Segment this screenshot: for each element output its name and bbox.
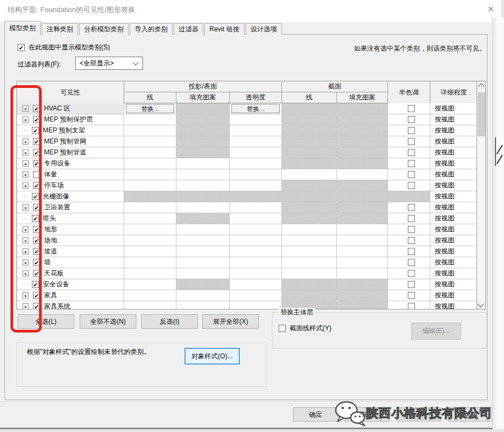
visibility-cell[interactable]: ✔喷头: [17, 213, 124, 224]
halftone-cell[interactable]: [388, 257, 430, 268]
table-row[interactable]: +✔专用设备按视图: [17, 158, 477, 169]
halftone-checkbox[interactable]: [408, 204, 415, 211]
projection-lines-cell[interactable]: [124, 213, 176, 224]
projection-lines-cell[interactable]: [124, 246, 176, 257]
projection-lines-cell[interactable]: [124, 290, 176, 301]
cut-lines-cell[interactable]: [282, 246, 337, 257]
halftone-cell[interactable]: [388, 224, 430, 235]
halftone-checkbox[interactable]: [408, 138, 415, 145]
expand-all-button[interactable]: 展开全部(X): [202, 314, 259, 329]
projection-patterns-cell[interactable]: [176, 169, 230, 180]
halftone-checkbox[interactable]: [408, 160, 415, 167]
expand-icon[interactable]: +: [23, 182, 29, 189]
halftone-cell[interactable]: [388, 290, 430, 301]
visibility-checkbox[interactable]: ✔: [32, 281, 39, 288]
table-row[interactable]: +✔停车场按视图: [17, 180, 477, 191]
cut-patterns-cell[interactable]: [337, 213, 388, 224]
visibility-checkbox[interactable]: ✔: [33, 149, 40, 156]
tab-revit-links[interactable]: Revit 链接: [204, 23, 245, 35]
visibility-checkbox[interactable]: ✔: [32, 215, 39, 222]
visibility-checkbox[interactable]: ✔: [32, 127, 39, 134]
halftone-checkbox[interactable]: [408, 259, 415, 266]
detail-level-cell[interactable]: 按视图: [430, 136, 477, 147]
cut-patterns-cell[interactable]: [337, 125, 388, 136]
cut-patterns-cell[interactable]: [337, 279, 388, 290]
transparency-cell[interactable]: [230, 290, 282, 301]
filter-list-dropdown[interactable]: <全部显示>: [75, 57, 143, 70]
visibility-checkbox[interactable]: ✔: [33, 226, 40, 233]
halftone-checkbox[interactable]: [408, 149, 415, 156]
cut-lines-cell[interactable]: [282, 169, 337, 180]
table-row[interactable]: +✔HVAC 区替换...替换...按视图: [17, 103, 477, 114]
override-button[interactable]: 替换...: [231, 104, 280, 113]
visibility-cell[interactable]: +✔坡道: [17, 246, 124, 257]
table-row[interactable]: +✔墙按视图: [17, 257, 477, 268]
table-row[interactable]: +✔MEP 预制管网按视图: [17, 136, 477, 147]
halftone-cell[interactable]: [388, 301, 430, 309]
visibility-checkbox[interactable]: ✔: [33, 292, 40, 299]
transparency-cell[interactable]: [230, 114, 282, 125]
cut-lines-cell[interactable]: [282, 125, 337, 136]
select-all-button[interactable]: 全选(L): [18, 314, 74, 329]
halftone-cell[interactable]: [388, 246, 430, 257]
cut-patterns-cell[interactable]: [337, 290, 388, 301]
detail-level-cell[interactable]: 按视图: [430, 103, 477, 114]
cut-patterns-cell[interactable]: [337, 147, 388, 158]
halftone-cell[interactable]: [388, 279, 430, 290]
projection-lines-cell[interactable]: [124, 180, 176, 191]
transparency-cell[interactable]: [230, 125, 282, 136]
detail-level-cell[interactable]: 按视图: [430, 279, 477, 290]
halftone-checkbox[interactable]: [408, 303, 415, 309]
projection-lines-cell[interactable]: [124, 136, 176, 147]
cut-patterns-cell[interactable]: [337, 158, 388, 169]
projection-patterns-cell[interactable]: [176, 158, 230, 169]
cut-patterns-cell[interactable]: [337, 235, 388, 246]
projection-patterns-cell[interactable]: [176, 290, 230, 301]
cut-line-styles-option[interactable]: 截面线样式(Y): [279, 324, 331, 333]
projection-patterns-cell[interactable]: [176, 279, 230, 290]
projection-patterns-cell[interactable]: [176, 125, 230, 136]
visibility-cell[interactable]: +✔MEP 预制管网: [17, 136, 124, 147]
halftone-checkbox[interactable]: [408, 237, 415, 244]
cut-lines-cell[interactable]: [282, 114, 337, 125]
expand-icon[interactable]: +: [23, 204, 29, 211]
projection-lines-cell[interactable]: [124, 257, 176, 268]
expand-icon[interactable]: +: [23, 171, 29, 178]
cut-lines-cell[interactable]: [282, 257, 337, 268]
table-row[interactable]: +✔场地按视图: [17, 235, 477, 246]
halftone-cell[interactable]: [388, 169, 430, 180]
visibility-checkbox[interactable]: ✔: [33, 248, 40, 255]
transparency-cell[interactable]: [230, 246, 282, 257]
projection-lines-cell[interactable]: [124, 191, 176, 202]
visibility-checkbox[interactable]: ✔: [33, 182, 40, 189]
expand-icon[interactable]: +: [23, 139, 29, 145]
close-icon[interactable]: ✕: [485, 3, 497, 15]
visibility-cell[interactable]: +✔HVAC 区: [17, 103, 124, 114]
projection-patterns-cell[interactable]: [176, 301, 230, 309]
halftone-checkbox[interactable]: [408, 281, 415, 288]
table-row[interactable]: +✔家具按视图: [17, 290, 477, 301]
visibility-checkbox[interactable]: ✔: [32, 193, 39, 200]
visibility-cell[interactable]: +✔场地: [17, 235, 124, 246]
halftone-checkbox[interactable]: [408, 116, 415, 123]
expand-icon[interactable]: +: [23, 237, 29, 243]
cut-patterns-cell[interactable]: [337, 169, 388, 180]
visibility-cell[interactable]: +✔MEP 预制管道: [17, 147, 124, 158]
detail-level-cell[interactable]: 按视图: [430, 235, 477, 246]
halftone-cell[interactable]: [388, 103, 430, 114]
cut-patterns-cell[interactable]: [337, 268, 388, 279]
projection-patterns-cell[interactable]: [176, 235, 230, 246]
visibility-cell[interactable]: ✔光栅图像: [17, 191, 124, 202]
visibility-cell[interactable]: +✔专用设备: [17, 158, 124, 169]
transparency-cell[interactable]: [230, 158, 282, 169]
detail-level-cell[interactable]: 按视图: [430, 257, 477, 268]
transparency-cell[interactable]: [230, 191, 282, 202]
projection-lines-cell[interactable]: [124, 224, 176, 235]
cancel-button[interactable]: 取消: [345, 407, 390, 422]
projection-patterns-cell[interactable]: [176, 213, 230, 224]
visibility-checkbox[interactable]: ✔: [33, 105, 40, 112]
transparency-cell[interactable]: [230, 224, 282, 235]
halftone-checkbox[interactable]: [408, 270, 415, 277]
projection-patterns-cell[interactable]: [176, 246, 230, 257]
table-row[interactable]: +✔MEP 预制保护层按视图: [17, 114, 477, 125]
